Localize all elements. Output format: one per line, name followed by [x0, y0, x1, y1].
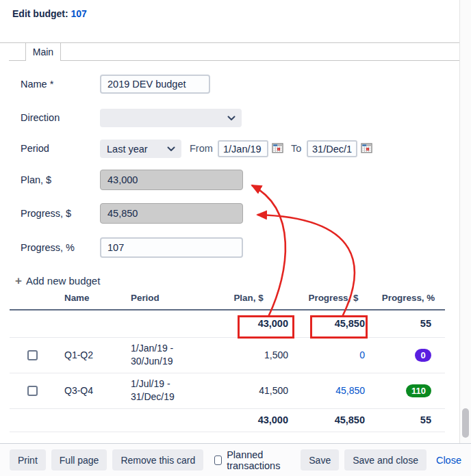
- name-input[interactable]: [100, 75, 210, 94]
- table-header-row: Name Period Plan, $ Progress, $ Progress…: [10, 293, 445, 310]
- total-percent: 55: [372, 310, 445, 337]
- progress-badge: 110: [406, 384, 431, 397]
- save-and-close-button[interactable]: Save and close: [344, 449, 427, 471]
- tab-strip-top-border: [0, 42, 471, 43]
- budgets-table: Name Period Plan, $ Progress, $ Progress…: [10, 293, 445, 432]
- print-button[interactable]: Print: [10, 449, 46, 471]
- progress-percent-label: Progress, %: [21, 237, 75, 258]
- direction-label: Direction: [21, 109, 60, 127]
- page-title: Edit budget: 107: [12, 8, 87, 19]
- plan-value: 43,000: [107, 174, 138, 185]
- row-checkbox[interactable]: [27, 386, 38, 396]
- to-label: To: [291, 140, 301, 158]
- edit-budget-dialog: Edit budget: 107 Main Name * Direction P…: [0, 0, 471, 476]
- col-header-name: Name: [48, 293, 116, 310]
- chevron-down-icon: [227, 116, 236, 121]
- add-new-budget-label: Add new budget: [26, 275, 100, 287]
- col-header-plan: Plan, $: [202, 293, 295, 310]
- period-select-value: Last year: [107, 144, 148, 155]
- tab-strip-border-left: [9, 60, 25, 61]
- row-checkbox[interactable]: [27, 350, 38, 360]
- bottom-toolbar: Print Full page Remove this card Planned…: [0, 443, 471, 476]
- chevron-down-icon: [167, 146, 175, 152]
- plan-input-disabled: 43,000: [100, 170, 243, 190]
- total-plan: 43,000: [202, 310, 295, 337]
- scrollbar-track[interactable]: [459, 0, 471, 443]
- from-label: From: [190, 140, 213, 158]
- progress-amount-input-disabled: 45,850: [100, 203, 243, 224]
- progress-amount-value: 45,850: [107, 208, 138, 219]
- col-header-progress-percent: Progress, %: [372, 293, 445, 310]
- full-page-button[interactable]: Full page: [51, 449, 107, 471]
- date-to-input[interactable]: [307, 140, 357, 157]
- calendar-icon[interactable]: [272, 142, 284, 154]
- calendar-icon[interactable]: [361, 142, 373, 154]
- tab-main-label: Main: [33, 47, 53, 57]
- row-plan: 1,500: [202, 337, 295, 373]
- row-progress-link[interactable]: 0: [359, 349, 365, 360]
- planned-transactions-label[interactable]: Planned transactions: [227, 449, 295, 471]
- period-select[interactable]: Last year: [100, 140, 181, 158]
- row-name: Q3-Q4: [48, 373, 116, 408]
- row-progress-link[interactable]: 45,850: [335, 385, 365, 396]
- totals-row-bottom: 43,000 45,850 55: [10, 408, 445, 432]
- table-row: Q1-Q2 1/Jan/19 - 30/Jun/19 1,500 0 0: [10, 337, 445, 373]
- direction-select[interactable]: [100, 109, 242, 127]
- period-label: Period: [21, 140, 49, 158]
- total-plan: 43,000: [202, 408, 295, 432]
- tab-strip-border-right: [61, 60, 471, 61]
- progress-amount-label: Progress, $: [21, 203, 71, 224]
- table-row: Q3-Q4 1/Jul/19 - 31/Dec/19 41,500 45,850…: [10, 373, 445, 408]
- planned-transactions-checkbox[interactable]: [214, 455, 222, 465]
- progress-badge: 0: [415, 349, 431, 362]
- name-label: Name *: [21, 75, 53, 94]
- total-progress: 45,850: [295, 310, 372, 337]
- scrollbar-thumb[interactable]: [462, 408, 469, 438]
- page-title-label: Edit budget:: [12, 8, 68, 19]
- col-header-progress-amount: Progress, $: [295, 293, 372, 310]
- close-link[interactable]: Close: [436, 455, 461, 466]
- budget-id: 107: [71, 8, 87, 19]
- planned-transactions-option: Planned transactions: [214, 449, 295, 471]
- totals-row-top: 43,000 45,850 55: [10, 310, 445, 337]
- plan-label: Plan, $: [21, 170, 51, 190]
- plus-icon: +: [15, 275, 22, 287]
- total-percent: 55: [372, 408, 445, 432]
- tab-main[interactable]: Main: [25, 43, 61, 61]
- add-new-budget-link[interactable]: + Add new budget: [15, 275, 100, 287]
- row-period: 1/Jul/19 - 31/Dec/19: [116, 373, 202, 408]
- row-period: 1/Jan/19 - 30/Jun/19: [116, 337, 202, 373]
- col-header-period: Period: [116, 293, 202, 310]
- save-button[interactable]: Save: [301, 449, 339, 471]
- total-progress: 45,850: [295, 408, 372, 432]
- progress-percent-input[interactable]: [100, 237, 243, 258]
- row-name: Q1-Q2: [48, 337, 116, 373]
- date-from-input[interactable]: [218, 140, 268, 157]
- remove-card-button[interactable]: Remove this card: [112, 449, 203, 471]
- row-plan: 41,500: [202, 373, 295, 408]
